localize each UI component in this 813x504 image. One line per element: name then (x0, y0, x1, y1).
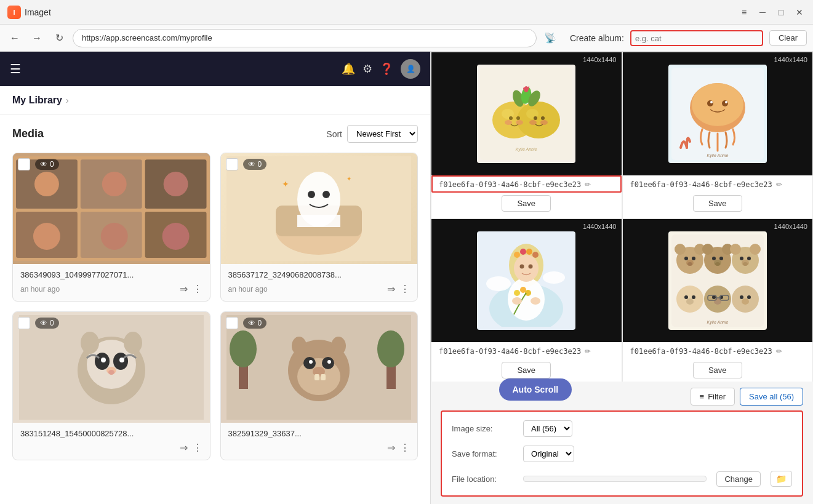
minimize-icon[interactable]: ─ (756, 6, 769, 18)
save-button[interactable]: Save (502, 195, 551, 212)
svg-point-8 (102, 172, 127, 196)
size-badge: 1440x1440 (774, 56, 807, 63)
save-format-label: Save format: (452, 449, 513, 458)
media-info: 382591329_33637... ⇒ ⋮ (221, 423, 418, 460)
svg-point-71 (710, 101, 713, 103)
svg-point-19 (322, 191, 330, 198)
media-card: ✦ ✦ 👁 0 385637172_ (220, 153, 419, 302)
share-icon[interactable]: ⇒ (387, 442, 395, 454)
change-button[interactable]: Change (716, 471, 761, 487)
result-image: Kylie Annie (477, 65, 575, 163)
breadcrumb-arrow: › (66, 95, 69, 105)
title-bar: I Imaget ≡ ─ □ ✕ (0, 0, 813, 25)
media-thumbnail: 👁 0 (221, 312, 418, 423)
svg-point-70 (722, 100, 728, 106)
svg-point-83 (514, 252, 520, 258)
result-name-row: f01ee6fa-0f93-4a46-8cbf-e9ec3e23 ✏ (623, 175, 813, 193)
media-select-checkbox[interactable] (18, 158, 30, 170)
auto-scroll-button[interactable]: Auto Scroll (499, 378, 572, 401)
more-icon[interactable]: ⋮ (400, 283, 410, 295)
save-button[interactable]: Save (502, 362, 551, 378)
svg-point-43 (292, 337, 306, 355)
options-panel: Image size: All (56) Save format: Origin… (441, 410, 803, 497)
save-button[interactable]: Save (693, 195, 742, 212)
svg-point-38 (309, 360, 313, 364)
help-icon[interactable]: ❓ (380, 62, 393, 76)
folder-icon-button[interactable]: 📁 (771, 471, 792, 487)
svg-rect-42 (321, 374, 326, 380)
save-format-select[interactable]: Original (523, 446, 574, 462)
results-grid[interactable]: 1440x1440 (431, 52, 813, 382)
edit-icon[interactable]: ✏ (776, 180, 782, 189)
more-icon[interactable]: ⋮ (193, 442, 202, 454)
svg-point-111 (675, 244, 686, 255)
svg-point-104 (719, 257, 723, 260)
svg-point-72 (725, 101, 727, 103)
image-size-select[interactable]: All (56) (523, 420, 572, 437)
svg-point-107 (740, 257, 743, 260)
svg-point-123 (740, 295, 743, 299)
media-filename: 385637172_32490682008738... (228, 270, 411, 279)
cast-icon[interactable]: 📡 (542, 30, 559, 47)
album-input-wrapper (630, 30, 763, 46)
more-icon[interactable]: ⋮ (400, 442, 410, 454)
media-select-checkbox[interactable] (226, 317, 238, 329)
svg-point-55 (516, 116, 520, 120)
size-badge: 1440x1440 (583, 223, 616, 230)
svg-point-57 (541, 116, 545, 120)
album-input[interactable] (635, 34, 758, 43)
hamburger-menu[interactable]: ☰ (10, 62, 21, 76)
svg-text:Kylie Annie: Kylie Annie (707, 320, 728, 325)
result-filename: f01ee6fa-0f93-4a46-8cbf-e9ec3e23 (439, 180, 581, 189)
media-overlay: 👁 0 (226, 158, 267, 170)
edit-icon[interactable]: ✏ (585, 347, 591, 356)
svg-point-87 (514, 290, 520, 296)
sort-select[interactable]: Newest First (347, 125, 418, 143)
filter-button[interactable]: ≡ Filter (691, 388, 735, 406)
refresh-button[interactable]: ↻ (50, 30, 68, 47)
media-actions: ⇒ ⋮ (180, 283, 202, 295)
url-bar[interactable] (73, 29, 537, 47)
media-select-checkbox[interactable] (18, 317, 30, 329)
size-badge: 1440x1440 (583, 56, 616, 63)
bell-icon[interactable]: 🔔 (342, 62, 355, 76)
save-button[interactable]: Save (693, 362, 742, 378)
svg-point-56 (534, 116, 537, 120)
media-select-checkbox[interactable] (226, 158, 238, 170)
svg-point-90 (512, 297, 522, 305)
media-timestamp: an hour ago (20, 285, 60, 294)
menu-icon[interactable]: ≡ (738, 6, 750, 18)
size-badge: 1440x1440 (774, 223, 807, 230)
header-icons: 🔔 ⚙ ❓ 👤 (342, 59, 420, 79)
my-library-link[interactable]: My Library (12, 95, 62, 106)
share-icon[interactable]: ⇒ (180, 283, 188, 295)
clear-button[interactable]: Clear (769, 30, 807, 46)
media-view-count: 👁 0 (243, 318, 267, 329)
svg-point-124 (747, 295, 751, 299)
forward-button[interactable]: → (28, 30, 46, 47)
share-icon[interactable]: ⇒ (180, 442, 188, 454)
edit-icon[interactable]: ✏ (776, 347, 782, 356)
media-actions: ⇒ ⋮ (387, 442, 410, 454)
edit-icon[interactable]: ✏ (585, 180, 591, 189)
svg-point-106 (715, 262, 720, 266)
image-size-label: Image size: (452, 424, 513, 433)
more-icon[interactable]: ⋮ (193, 283, 202, 295)
main-layout: ☰ 🔔 ⚙ ❓ 👤 My Library › Media Sort (0, 52, 813, 504)
save-all-button[interactable]: Save all (56) (740, 388, 803, 406)
media-header: Media Sort Newest First (12, 125, 418, 143)
maximize-icon[interactable]: □ (775, 6, 787, 18)
media-overlay: 👁 0 (226, 317, 267, 329)
svg-text:✦: ✦ (282, 179, 289, 189)
settings-icon[interactable]: ⚙ (362, 62, 372, 76)
share-icon[interactable]: ⇒ (387, 283, 395, 295)
avatar[interactable]: 👤 (401, 59, 420, 79)
media-view-count: 👁 0 (35, 318, 59, 329)
close-icon[interactable]: ✕ (793, 6, 806, 18)
result-card: 1440x1440 (431, 52, 622, 218)
media-timestamp: an hour ago (228, 285, 268, 294)
svg-rect-17 (297, 215, 340, 227)
back-button[interactable]: ← (6, 30, 23, 47)
save-btn-row: Save (431, 193, 622, 218)
media-section[interactable]: Media Sort Newest First (0, 115, 430, 504)
